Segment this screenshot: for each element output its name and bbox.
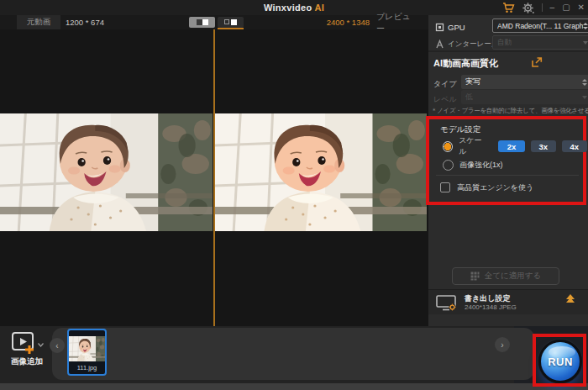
deinterlace-select: 自動 (492, 35, 588, 50)
type-select-value: 実写 (465, 76, 480, 87)
deinterlace-icon (435, 40, 444, 49)
thumbnail-filename: 111.jpg (77, 364, 97, 372)
close-button[interactable]: ✕ (578, 0, 585, 15)
compare-side-by-side-button[interactable] (189, 17, 215, 28)
model-settings-title: モデル設定 (440, 124, 480, 135)
scale-row: スケール 2x 3x 4x (443, 139, 587, 154)
level-row: レベル 低 (433, 92, 588, 106)
apply-all-button[interactable]: 全てに適用する (452, 267, 559, 285)
gpu-icon (435, 23, 444, 32)
add-image-icon (11, 331, 36, 355)
level-label: レベル (433, 94, 457, 105)
app-title: Winxvideo AI (0, 3, 588, 13)
app-title-text: Winxvideo (264, 3, 312, 13)
highlight-box-model-settings: モデル設定 スケール 2x 3x 4x 画像強化(1x) 高品質エンジンを使う (426, 116, 586, 205)
tab-preview[interactable]: プレビュー (376, 15, 417, 29)
engine-row: 高品質エンジンを使う (440, 181, 585, 194)
select-arrows-icon (583, 23, 588, 29)
enhance-1x-row: 画像強化(1x) (443, 158, 587, 171)
model-divider (436, 175, 579, 176)
enhance-1x-radio[interactable] (443, 160, 454, 171)
gpu-row: GPU AMD Radeon(T... 11 Graphic (435, 20, 588, 34)
minimize-button[interactable]: – (550, 0, 555, 15)
double-chevron-up-icon[interactable] (566, 294, 575, 304)
chevron-down-icon (583, 41, 588, 45)
gpu-select[interactable]: AMD Radeon(T... 11 Graphic (492, 18, 588, 33)
scale-2x-button[interactable]: 2x (498, 140, 525, 152)
scale-radio[interactable] (443, 141, 453, 152)
highlight-box-run (533, 334, 586, 387)
level-select: 低 (461, 90, 588, 104)
type-row: タイプ 実写 (433, 77, 588, 91)
chevron-down-icon (582, 96, 587, 99)
type-label: タイプ (433, 79, 457, 90)
export-settings-value: 2400*1348 JPEG (465, 303, 517, 311)
original-size-label: 1200 * 674 (66, 15, 104, 29)
thumbnail-image (69, 336, 105, 361)
select-arrows-icon (582, 79, 587, 86)
add-image-button[interactable]: 画像追加 (5, 331, 49, 370)
app-title-accent: AI (314, 3, 324, 13)
level-select-value: 低 (465, 92, 473, 103)
engine-label: 高品質エンジンを使う (457, 182, 533, 193)
gear-icon[interactable] (522, 3, 534, 13)
gpu-label: GPU (448, 23, 465, 32)
thumbnail-item[interactable]: 111.jpg (67, 329, 107, 376)
scale-label: スケール (459, 135, 487, 157)
title-bar: Winxvideo AI – ▢ ✕ (0, 0, 588, 15)
caret-down-icon (38, 343, 44, 347)
scale-3x-button[interactable]: 3x (531, 140, 555, 152)
enhance-note: ＊ノイズ・ブラーを自動的に除去して、画像を強化させる。 (431, 107, 587, 115)
window-bottom-edge (0, 383, 588, 390)
nav-prev-button[interactable]: ‹ (50, 338, 65, 353)
nav-next-button[interactable]: › (495, 337, 510, 352)
enhanced-image (215, 113, 427, 231)
deinterlace-select-value: 自動 (497, 38, 512, 48)
expand-icon[interactable] (531, 55, 543, 68)
gpu-select-value: AMD Radeon(T... 11 Graphic (497, 22, 583, 30)
original-image (0, 113, 213, 231)
cart-icon[interactable] (502, 3, 515, 13)
export-settings-icon (435, 294, 459, 313)
compare-divider[interactable] (213, 29, 215, 326)
apply-all-icon (470, 271, 480, 281)
deinterlace-row: インターレース解除 自動 (435, 37, 588, 51)
app-window: Winxvideo AI – ▢ ✕ (0, 0, 588, 390)
tab-original-video[interactable]: 元動画 (17, 15, 60, 29)
export-settings-row[interactable]: 書き出し設定 2400*1348 JPEG (428, 289, 588, 314)
ai-enhance-title: AI動画高画質化 (433, 57, 498, 70)
add-image-label: 画像追加 (11, 356, 43, 367)
thumbnail-strip (52, 328, 534, 380)
apply-all-label: 全てに適用する (485, 271, 541, 282)
panel-divider (428, 50, 588, 52)
type-select[interactable]: 実写 (461, 75, 588, 89)
output-size-label: 2400 * 1348 (319, 15, 370, 29)
maximize-button[interactable]: ▢ (562, 0, 570, 15)
scale-4x-button[interactable]: 4x (562, 140, 587, 152)
titlebar-separator (542, 3, 543, 12)
compare-overlay-button[interactable] (218, 17, 244, 28)
enhance-1x-label: 画像強化(1x) (459, 160, 503, 171)
engine-checkbox[interactable] (440, 182, 450, 192)
